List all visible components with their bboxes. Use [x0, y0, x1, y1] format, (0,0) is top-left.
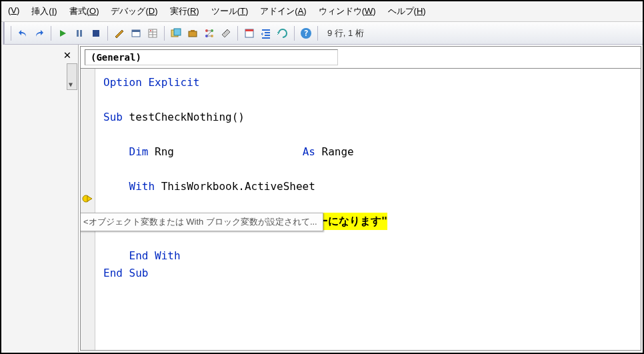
separator	[294, 26, 295, 41]
menu-view[interactable]: (V)	[8, 5, 19, 17]
menu-insert[interactable]: 挿入(I)	[31, 5, 57, 17]
stop-icon[interactable]	[89, 26, 103, 41]
toolbox-icon[interactable]	[185, 26, 200, 41]
dropdown-row: (General)	[81, 47, 641, 69]
redo-icon[interactable]	[32, 26, 47, 41]
run-icon[interactable]	[55, 26, 70, 41]
code-wrap: Option Explicit Sub testCheckNothing() D…	[81, 69, 641, 350]
properties-icon[interactable]	[145, 26, 160, 41]
help-icon[interactable]: ?	[299, 26, 313, 41]
code-option-explicit: Option Explicit	[103, 76, 200, 89]
tab-order-icon[interactable]	[202, 26, 217, 41]
indent-icon[interactable]	[275, 26, 290, 41]
code-editor[interactable]: Option Explicit Sub testCheckNothing() D…	[95, 69, 641, 350]
code-editor-frame: (General) Option Explicit Sub testCheckN…	[80, 46, 641, 351]
ruler-icon[interactable]	[219, 26, 233, 41]
menu-tools[interactable]: ツール(T)	[211, 5, 249, 17]
toolbar: ? 9 行, 1 桁	[3, 22, 643, 45]
svg-rect-8	[174, 29, 181, 35]
menu-debug[interactable]: デバッグ(D)	[111, 5, 157, 17]
scope-dropdown[interactable]: (General)	[85, 49, 338, 65]
menu-run[interactable]: 実行(R)	[170, 5, 199, 17]
separator	[237, 26, 238, 41]
scrollbar[interactable]	[67, 63, 77, 90]
code-end-with: End With	[129, 249, 181, 262]
code-var: Rng	[148, 145, 174, 158]
svg-rect-2	[93, 30, 99, 37]
design-icon[interactable]	[112, 26, 127, 41]
separator	[51, 26, 51, 41]
object-browser-icon[interactable]	[169, 26, 183, 41]
code-sub-name: testCheckNothing()	[123, 111, 245, 123]
code-end-sub: End Sub	[103, 267, 148, 279]
workspace: ✕ (General) Option Explicit Sub testChec…	[1, 45, 643, 352]
menu-help[interactable]: ヘルプ(H)	[388, 5, 426, 17]
svg-rect-10	[191, 30, 195, 32]
code-with-expr: ThisWorkbook.ActiveSheet	[155, 180, 315, 193]
error-tooltip: Rng.Offset(1, 0) = <オブジェクト変数または With ブロッ…	[81, 213, 323, 231]
project-explorer-pane: ✕	[1, 45, 79, 352]
menu-window[interactable]: ウィンドウ(W)	[319, 5, 376, 17]
separator	[317, 26, 318, 41]
svg-text:?: ?	[303, 29, 308, 38]
menu-bar: (V) 挿入(I) 書式(O) デバッグ(D) 実行(R) ツール(T) アドイ…	[1, 1, 643, 22]
outdent-icon[interactable]	[259, 26, 273, 41]
separator	[107, 26, 108, 41]
svg-point-6	[150, 30, 151, 31]
menu-addins[interactable]: アドイン(A)	[260, 5, 306, 17]
close-button[interactable]: ✕	[61, 47, 74, 61]
menu-format[interactable]: 書式(O)	[69, 5, 99, 17]
code-type: Range	[315, 145, 354, 158]
code-kw-with: With	[129, 180, 155, 193]
code-kw-as: As	[303, 145, 315, 158]
undo-icon[interactable]	[15, 26, 30, 41]
svg-rect-16	[245, 29, 253, 31]
separator	[11, 26, 11, 41]
svg-rect-9	[189, 31, 197, 37]
separator	[164, 26, 165, 41]
form-icon[interactable]	[242, 26, 257, 41]
svg-rect-4	[132, 30, 140, 32]
pause-icon[interactable]	[72, 26, 87, 41]
svg-rect-1	[80, 30, 82, 37]
code-gutter	[81, 69, 95, 350]
project-icon[interactable]	[129, 26, 143, 41]
svg-rect-0	[77, 30, 79, 37]
current-line-arrow-icon	[81, 193, 93, 204]
cursor-position-status: 9 行, 1 桁	[327, 27, 364, 39]
code-kw-dim: Dim	[129, 145, 149, 158]
code-kw-sub: Sub	[103, 111, 123, 123]
